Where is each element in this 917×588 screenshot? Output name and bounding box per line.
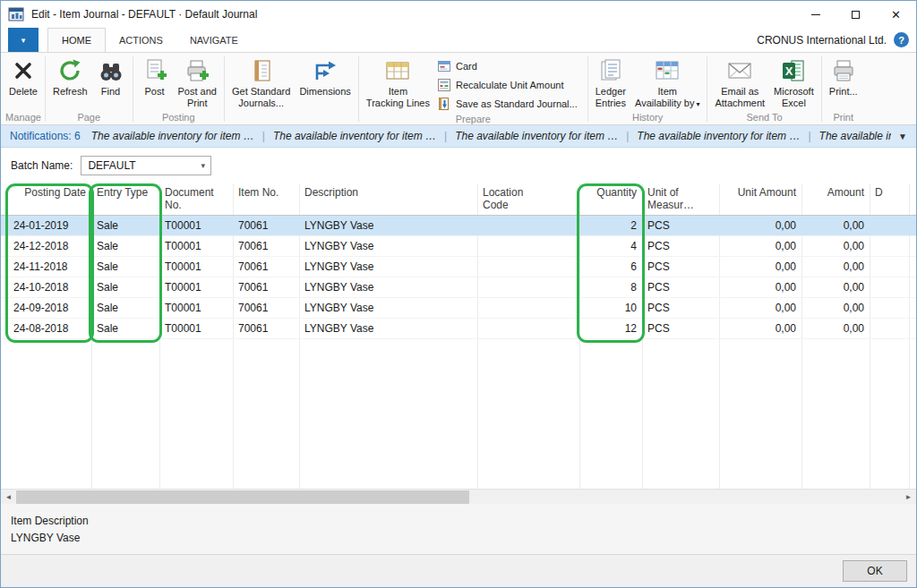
cell-document_no[interactable]: T00001 — [159, 257, 233, 277]
cell-amount[interactable]: 0,00 — [801, 216, 870, 235]
column-header-unit_amount[interactable]: Unit Amount — [719, 183, 801, 201]
save-as-standard-journal-button[interactable]: Save as Standard Journal... — [434, 94, 585, 113]
ledger-entries-button[interactable]: Ledger Entries — [591, 54, 630, 109]
cell-posting_date[interactable]: 24-08-2018 — [8, 319, 91, 338]
cell-description[interactable]: LYNGBY Vase — [299, 216, 477, 235]
cell-location_code[interactable] — [477, 298, 579, 318]
notification-message[interactable]: The available inventory for item … — [637, 130, 800, 142]
cell-document_no[interactable]: T00001 — [159, 216, 233, 235]
table-row[interactable]: 24-08-2018SaleT0000170061LYNGBY Vase12PC… — [1, 319, 916, 339]
cell-unit_amount[interactable]: 0,00 — [719, 216, 801, 235]
tab-navigate[interactable]: NAVIGATE — [176, 28, 252, 52]
item-tracking-lines-button[interactable]: Item Tracking Lines — [362, 54, 434, 109]
table-row[interactable]: 24-01-2019SaleT0000170061LYNGBY Vase2PCS… — [1, 216, 916, 236]
combobox-dropdown-icon[interactable]: ▾ — [195, 161, 210, 170]
cell-d[interactable] — [870, 277, 909, 297]
cell-entry_type[interactable]: Sale — [91, 216, 159, 235]
notification-message[interactable]: The available inventory for item … — [91, 130, 254, 142]
cell-description[interactable]: LYNGBY Vase — [299, 277, 477, 297]
cell-entry_type[interactable]: Sale — [91, 277, 159, 297]
cell-d[interactable] — [870, 216, 909, 235]
cell-uom[interactable]: PCS — [642, 277, 719, 297]
cell-location_code[interactable] — [477, 319, 579, 338]
delete-button[interactable]: Delete — [4, 54, 42, 98]
cell-entry_type[interactable]: Sale — [91, 298, 159, 318]
column-header-location_code[interactable]: Location Code — [477, 183, 579, 214]
find-button[interactable]: Find — [92, 54, 130, 98]
cell-amount[interactable]: 0,00 — [801, 257, 870, 277]
cell-document_no[interactable]: T00001 — [159, 236, 233, 256]
microsoft-excel-button[interactable]: X Microsoft Excel — [769, 54, 818, 109]
help-icon[interactable]: ? — [894, 32, 909, 47]
column-header-quantity[interactable]: Quantity — [579, 183, 642, 201]
cell-amount[interactable]: 0,00 — [801, 298, 870, 318]
cell-d[interactable] — [870, 319, 909, 338]
cell-description[interactable]: LYNGBY Vase — [299, 236, 477, 256]
table-row[interactable]: 24-11-2018SaleT0000170061LYNGBY Vase6PCS… — [1, 257, 916, 277]
scroll-left-icon[interactable]: ◄ — [1, 490, 16, 505]
item-availability-by-button[interactable]: Item Availability by▾ — [630, 54, 704, 110]
cell-posting_date[interactable]: 24-10-2018 — [8, 277, 91, 297]
batch-name-combobox[interactable]: DEFAULT ▾ — [81, 156, 211, 175]
cell-quantity[interactable]: 2 — [579, 216, 642, 235]
column-header-description[interactable]: Description — [299, 183, 477, 201]
recalculate-unit-amount-button[interactable]: Recalculate Unit Amount — [434, 75, 585, 94]
close-button[interactable]: ✕ — [876, 1, 916, 28]
cell-uom[interactable]: PCS — [642, 319, 719, 338]
cell-description[interactable]: LYNGBY Vase — [299, 319, 477, 338]
cell-entry_type[interactable]: Sale — [91, 257, 159, 277]
column-header-uom[interactable]: Unit of Measur… — [642, 183, 719, 214]
cell-description[interactable]: LYNGBY Vase — [299, 257, 477, 277]
cell-posting_date[interactable]: 24-01-2019 — [8, 216, 91, 235]
table-row[interactable]: 24-09-2018SaleT0000170061LYNGBY Vase10PC… — [1, 298, 916, 319]
dimensions-button[interactable]: Dimensions — [295, 54, 355, 98]
cell-quantity[interactable]: 12 — [579, 319, 642, 338]
table-row[interactable]: 24-12-2018SaleT0000170061LYNGBY Vase4PCS… — [1, 236, 916, 257]
cell-amount[interactable]: 0,00 — [801, 277, 870, 297]
column-header-d[interactable]: D — [870, 183, 909, 201]
cell-item_no[interactable]: 70061 — [233, 319, 299, 338]
get-standard-journals-button[interactable]: Get Standard Journals... — [227, 54, 295, 109]
cell-quantity[interactable]: 10 — [579, 298, 642, 318]
cell-unit_amount[interactable]: 0,00 — [719, 257, 801, 277]
cell-item_no[interactable]: 70061 — [233, 277, 299, 297]
cell-location_code[interactable] — [477, 277, 579, 297]
cell-uom[interactable]: PCS — [642, 216, 719, 235]
email-as-attachment-button[interactable]: Email as Attachment — [710, 54, 769, 109]
cell-posting_date[interactable]: 24-11-2018 — [8, 257, 91, 277]
cell-amount[interactable]: 0,00 — [801, 319, 870, 338]
cell-unit_amount[interactable]: 0,00 — [719, 236, 801, 256]
column-header-item_no[interactable]: Item No. — [233, 183, 299, 201]
cell-document_no[interactable]: T00001 — [159, 277, 233, 297]
cell-uom[interactable]: PCS — [642, 257, 719, 277]
scrollbar-thumb[interactable] — [16, 490, 469, 504]
cell-posting_date[interactable]: 24-09-2018 — [8, 298, 91, 318]
notifications-expand-icon[interactable]: ▼ — [891, 132, 907, 141]
post-and-print-button[interactable]: Post and Print — [174, 54, 221, 109]
tab-actions[interactable]: ACTIONS — [106, 28, 176, 52]
cell-item_no[interactable]: 70061 — [233, 216, 299, 235]
scroll-right-icon[interactable]: ► — [901, 490, 916, 505]
cell-description[interactable]: LYNGBY Vase — [299, 298, 477, 318]
cell-location_code[interactable] — [477, 216, 579, 235]
cell-item_no[interactable]: 70061 — [233, 257, 299, 277]
minimize-button[interactable] — [795, 1, 836, 28]
cell-quantity[interactable]: 6 — [579, 257, 642, 277]
cell-amount[interactable]: 0,00 — [801, 236, 870, 256]
application-menu-button[interactable]: ▾ — [8, 28, 39, 52]
print-button[interactable]: Print... — [825, 54, 862, 98]
maximize-button[interactable] — [836, 1, 876, 28]
cell-quantity[interactable]: 8 — [579, 277, 642, 297]
cell-uom[interactable]: PCS — [642, 236, 719, 256]
cell-uom[interactable]: PCS — [642, 298, 719, 318]
table-row[interactable]: 24-10-2018SaleT0000170061LYNGBY Vase8PCS… — [1, 277, 916, 298]
cell-posting_date[interactable]: 24-12-2018 — [8, 236, 91, 256]
cell-unit_amount[interactable]: 0,00 — [719, 298, 801, 318]
column-header-posting_date[interactable]: Posting Date — [8, 183, 91, 201]
cell-item_no[interactable]: 70061 — [233, 236, 299, 256]
notification-message[interactable]: The available inventory for item … — [819, 130, 892, 142]
cell-entry_type[interactable]: Sale — [91, 236, 159, 256]
cell-location_code[interactable] — [477, 236, 579, 256]
cell-unit_amount[interactable]: 0,00 — [719, 277, 801, 297]
horizontal-scrollbar[interactable]: ◄ ► — [1, 489, 916, 504]
